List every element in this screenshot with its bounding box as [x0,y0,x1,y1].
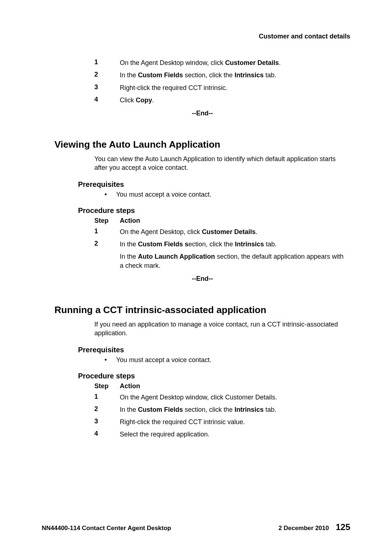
step-row: 4 Select the required application. [54,430,350,439]
step-number: 3 [94,418,120,426]
step-action: On the Agent Desktop, click Customer Det… [120,227,350,236]
step-action: In the Custom Fields section, click the … [120,240,350,249]
page-header-title: Customer and contact details [54,33,350,40]
step-action: Right-click the required CCT intrinsic v… [120,418,350,426]
bullet-dot-icon: • [105,191,116,198]
step-action: On the Agent Desktop window, click Custo… [120,393,350,402]
section-intro: If you need an application to manage a v… [54,320,350,338]
step-number: 1 [94,58,120,67]
step-row: 3 Right-click the required CCT intrinsic… [54,418,350,426]
th-step: Step [94,217,120,225]
page-number: 125 [336,522,350,532]
end-marker: --End-- [54,275,350,283]
th-action: Action [120,382,140,390]
note-text: In the Auto Launch Application section, … [54,252,350,270]
step-action: Click Copy. [120,96,350,104]
bullet-text: You must accept a voice contact. [116,356,212,364]
step-row: 1 On the Agent Desktop window, click Cus… [54,393,350,402]
footer-doc-id: NN44400-114 Contact Center Agent Desktop [42,525,171,532]
step-row: 1 On the Agent Desktop, click Customer D… [54,227,350,236]
bullet-text: You must accept a voice contact. [116,191,212,198]
footer-right: 2 December 2010 125 [278,522,350,532]
step-number: 4 [94,96,120,104]
step-row: 2 In the Custom Fields section, click th… [54,405,350,414]
step-action: Right-click the required CCT intrinsic. [120,83,350,92]
procedure-1-steps: 1 On the Agent Desktop window, click Cus… [54,58,350,104]
end-marker: --End-- [54,110,350,117]
step-action: On the Agent Desktop window, click Custo… [120,58,350,67]
step-table-header: Step Action [54,382,350,390]
step-number: 1 [94,393,120,402]
step-row: 3 Right-click the required CCT intrinsic… [54,83,350,92]
step-number: 4 [94,430,120,439]
step-number: 1 [94,227,120,236]
footer-date: 2 December 2010 [278,525,329,532]
step-action: In the Custom Fields section, click the … [120,405,350,414]
step-row: 4 Click Copy. [54,96,350,104]
step-table-header: Step Action [54,217,350,225]
procedure-steps-heading: Procedure steps [54,372,350,380]
section-intro: You can view the Auto Launch Application… [54,155,350,172]
step-number: 2 [94,405,120,414]
step-number: 2 [94,71,120,79]
step-row: 2 In the Custom Fields section, click th… [54,71,350,79]
step-number: 2 [94,240,120,249]
step-action: Select the required application. [120,430,350,439]
step-action: In the Custom Fields section, click the … [120,71,350,79]
step-row: 1 On the Agent Desktop window, click Cus… [54,58,350,67]
page-footer: NN44400-114 Contact Center Agent Desktop… [42,522,350,532]
procedure-steps-heading: Procedure steps [54,206,350,215]
step-number: 3 [94,83,120,92]
bullet-item: • You must accept a voice contact. [54,356,350,364]
bullet-item: • You must accept a voice contact. [54,191,350,198]
section-title-auto-launch: Viewing the Auto Launch Application [54,139,350,150]
prerequisites-heading: Prerequisites [54,180,350,189]
section-title-cct-intrinsic: Running a CCT intrinsic-associated appli… [54,304,350,316]
bullet-dot-icon: • [105,356,116,364]
th-action: Action [120,217,140,225]
step-row: 2 In the Custom Fields section, click th… [54,240,350,249]
prerequisites-heading: Prerequisites [54,346,350,354]
th-step: Step [94,382,120,390]
document-page: Customer and contact details 1 On the Ag… [0,0,392,554]
